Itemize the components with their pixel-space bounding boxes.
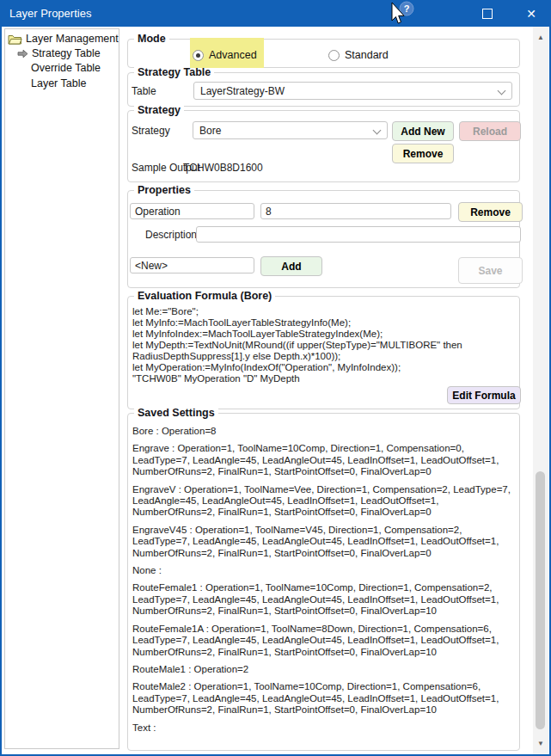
reload-button[interactable]: Reload bbox=[459, 121, 521, 141]
maximize-button[interactable] bbox=[470, 0, 505, 27]
saved-setting-entry: Text : bbox=[132, 722, 516, 734]
description-input[interactable] bbox=[196, 226, 521, 243]
sample-output-value: TCHW0B8D1600 bbox=[183, 162, 263, 174]
saved-setting-entry: RouteFemale1A : Operation=1, ToolName=8D… bbox=[132, 624, 516, 658]
saved-setting-entry: RouteFemale1 : Operation=1, ToolName=10C… bbox=[132, 582, 516, 617]
strategy-group: Strategy Strategy Bore Add New Reload Re… bbox=[127, 110, 520, 182]
window-title: Layer Properties bbox=[9, 7, 91, 20]
tree-item-label: Strategy Table bbox=[32, 47, 101, 59]
folder-open-icon bbox=[8, 34, 22, 45]
evaluation-formula-legend: Evaluation Formula (Bore) bbox=[134, 290, 275, 302]
tree-item-label: Override Table bbox=[31, 62, 101, 74]
help-cursor-icon: ? bbox=[385, 1, 419, 27]
vertical-scrollbar[interactable]: ▲ ▼ bbox=[533, 27, 548, 754]
property-name-input[interactable] bbox=[130, 203, 254, 219]
close-button[interactable]: ✕ bbox=[514, 0, 548, 27]
radio-standard-icon bbox=[328, 50, 340, 61]
scroll-up-icon[interactable]: ▲ bbox=[533, 34, 548, 41]
strategy-table-group: Strategy Table Table LayerStrategy-BW bbox=[127, 72, 520, 107]
tree-item-label: Layer Table bbox=[31, 77, 86, 89]
scroll-down-icon[interactable]: ▼ bbox=[533, 740, 548, 747]
table-label: Table bbox=[132, 85, 156, 97]
save-button[interactable]: Save bbox=[458, 257, 523, 284]
chevron-down-icon bbox=[373, 126, 382, 135]
maximize-icon bbox=[482, 9, 493, 19]
remove-strategy-button[interactable]: Remove bbox=[392, 144, 454, 163]
tree-item-label: Layer Management bbox=[26, 33, 119, 45]
radio-standard-label: Standard bbox=[345, 49, 389, 61]
strategy-table-legend: Strategy Table bbox=[134, 66, 214, 78]
evaluation-formula-group: Evaluation Formula (Bore) let Me:="Bore"… bbox=[127, 296, 520, 409]
mode-group: Mode Advanced Standard bbox=[127, 39, 520, 68]
strategy-combobox[interactable]: Bore bbox=[193, 121, 388, 139]
radio-advanced-icon bbox=[193, 50, 204, 61]
add-property-button[interactable]: Add bbox=[260, 256, 322, 276]
strategy-label: Strategy bbox=[132, 125, 170, 137]
titlebar: Layer Properties ? ✕ bbox=[0, 0, 551, 27]
tree-item-override-table[interactable]: Override Table bbox=[31, 61, 101, 75]
radio-advanced-label: Advanced bbox=[209, 49, 257, 61]
description-label: Description bbox=[145, 229, 197, 241]
properties-group-legend: Properties bbox=[134, 184, 194, 196]
saved-setting-entry: None : bbox=[132, 565, 516, 576]
remove-property-button[interactable]: Remove bbox=[458, 202, 523, 222]
scrollbar-thumb[interactable] bbox=[536, 471, 545, 729]
edit-formula-button[interactable]: Edit Formula bbox=[447, 386, 521, 404]
saved-setting-entry: RouteMale2 : Operation=1, ToolName=10Com… bbox=[132, 681, 516, 716]
strategy-group-legend: Strategy bbox=[134, 104, 184, 116]
tree-item-layer-management[interactable]: Layer Management bbox=[8, 32, 119, 46]
arrow-right-icon bbox=[17, 49, 28, 58]
saved-settings-text: Bore : Operation=8 Engrave : Operation=1… bbox=[132, 426, 516, 740]
formula-text: let Me:="Bore"; let MyInfo:=MachToolLaye… bbox=[132, 306, 516, 384]
saved-setting-entry: RouteMale1 : Operation=2 bbox=[132, 664, 516, 675]
table-combobox[interactable]: LayerStrategy-BW bbox=[193, 82, 512, 100]
svg-text:?: ? bbox=[404, 3, 410, 14]
new-property-input[interactable] bbox=[130, 257, 254, 274]
tree-item-strategy-table[interactable]: Strategy Table bbox=[17, 46, 101, 60]
chevron-down-icon bbox=[498, 87, 506, 95]
saved-setting-entry: Engrave : Operation=1, ToolName=10Comp, … bbox=[132, 443, 516, 477]
radio-standard[interactable]: Standard bbox=[328, 49, 389, 61]
saved-settings-legend: Saved Settings bbox=[134, 407, 218, 419]
saved-setting-entry: EngraveV : Operation=1, ToolName=Vee, Di… bbox=[132, 484, 516, 519]
saved-setting-entry: Bore : Operation=8 bbox=[132, 426, 516, 437]
mode-group-legend: Mode bbox=[134, 33, 169, 45]
add-new-button[interactable]: Add New bbox=[392, 121, 454, 141]
property-value-input[interactable] bbox=[260, 203, 451, 219]
layer-properties-window: Layer Properties ? ✕ Layer Management bbox=[0, 0, 551, 756]
close-icon: ✕ bbox=[526, 8, 536, 20]
strategy-combobox-value: Bore bbox=[199, 125, 221, 137]
saved-setting-entry: EngraveV45 : Operation=1, ToolName=V45, … bbox=[132, 525, 516, 559]
table-combobox-value: LayerStrategy-BW bbox=[200, 85, 285, 97]
radio-advanced[interactable]: Advanced bbox=[193, 49, 257, 61]
tree-item-layer-table[interactable]: Layer Table bbox=[31, 77, 86, 90]
properties-group: Properties Remove Description Add Save bbox=[127, 190, 520, 288]
saved-settings-group: Saved Settings Bore : Operation=8 Engrav… bbox=[127, 413, 520, 751]
tree-panel: Layer Management Strategy Table Override… bbox=[4, 28, 119, 749]
